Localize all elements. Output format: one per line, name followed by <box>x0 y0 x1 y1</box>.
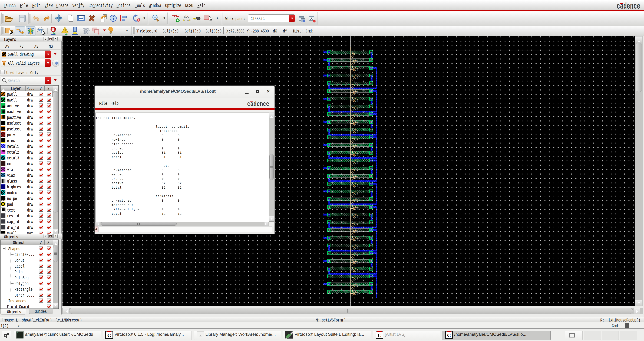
svg-text:5.4: 5.4 <box>353 60 358 65</box>
svg-text:R: R <box>105 14 108 18</box>
svg-text:0: 0 <box>353 52 355 57</box>
svg-text:5.4: 5.4 <box>353 230 358 234</box>
svg-text:5.4: 5.4 <box>353 245 358 250</box>
svg-text:5.4: 5.4 <box>353 75 358 80</box>
svg-text:5.4: 5.4 <box>353 253 358 258</box>
svg-text:5.4: 5.4 <box>353 261 358 265</box>
svg-text:5.4: 5.4 <box>353 122 358 126</box>
svg-text:5.4: 5.4 <box>353 168 358 173</box>
svg-text:5.4: 5.4 <box>353 183 358 188</box>
svg-text:5.4: 5.4 <box>353 129 358 134</box>
svg-text:5.4: 5.4 <box>353 214 358 219</box>
svg-text:5.4: 5.4 <box>353 292 358 296</box>
svg-text:5.4: 5.4 <box>353 160 358 165</box>
svg-text:5.4: 5.4 <box>353 191 358 196</box>
svg-text:5.4: 5.4 <box>353 91 358 95</box>
svg-text:abc: abc <box>184 15 189 18</box>
svg-text:5.4: 5.4 <box>353 199 358 203</box>
svg-text:5.4: 5.4 <box>353 238 358 242</box>
svg-text:5.4: 5.4 <box>353 284 358 288</box>
svg-text:5.4: 5.4 <box>353 276 358 281</box>
svg-text:5.4: 5.4 <box>353 83 358 88</box>
svg-text:5.4: 5.4 <box>353 268 358 273</box>
svg-text:5.4: 5.4 <box>353 207 358 211</box>
svg-text:5.4: 5.4 <box>353 222 358 227</box>
svg-text:5.4: 5.4 <box>353 176 358 180</box>
svg-text:5.4: 5.4 <box>353 145 358 149</box>
svg-text:5.4: 5.4 <box>353 114 358 119</box>
svg-text:5.4: 5.4 <box>353 153 358 157</box>
svg-text:5.4: 5.4 <box>353 106 358 111</box>
svg-text:5.4: 5.4 <box>353 137 358 142</box>
svg-text:5.4: 5.4 <box>353 99 358 103</box>
svg-text:5.4: 5.4 <box>353 68 358 72</box>
